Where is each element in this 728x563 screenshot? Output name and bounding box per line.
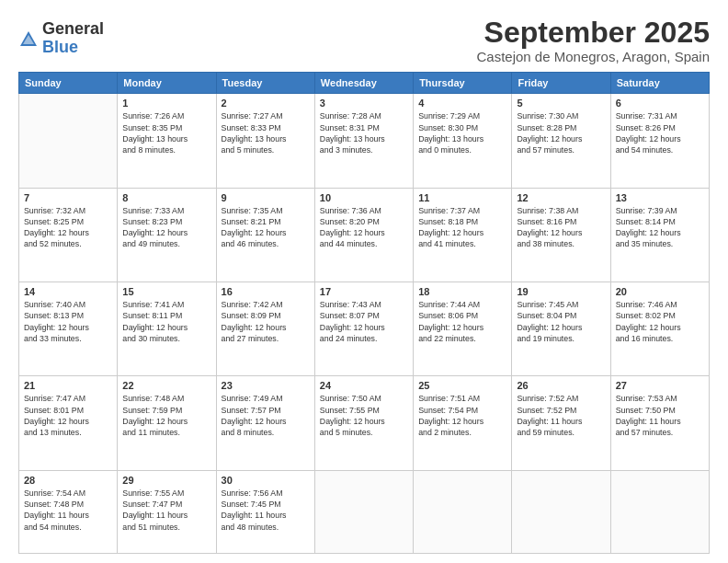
day-info: Sunrise: 7:31 AMSunset: 8:26 PMDaylight:… — [616, 110, 704, 155]
table-row: 20Sunrise: 7:46 AMSunset: 8:02 PMDayligh… — [610, 282, 709, 375]
day-info: Sunrise: 7:45 AMSunset: 8:04 PMDaylight:… — [517, 299, 605, 344]
logo-blue: Blue — [42, 39, 104, 57]
day-info: Sunrise: 7:40 AMSunset: 8:13 PMDaylight:… — [24, 299, 112, 344]
day-info: Sunrise: 7:50 AMSunset: 7:55 PMDaylight:… — [320, 393, 408, 438]
day-info: Sunrise: 7:39 AMSunset: 8:14 PMDaylight:… — [616, 205, 704, 250]
day-number: 11 — [418, 192, 506, 203]
table-row: 12Sunrise: 7:38 AMSunset: 8:16 PMDayligh… — [512, 188, 610, 282]
logo: General Blue — [18, 20, 104, 57]
table-row: 22Sunrise: 7:48 AMSunset: 7:59 PMDayligh… — [118, 376, 216, 470]
day-info: Sunrise: 7:53 AMSunset: 7:50 PMDaylight:… — [616, 393, 704, 438]
day-number: 15 — [122, 286, 210, 297]
table-row: 6Sunrise: 7:31 AMSunset: 8:26 PMDaylight… — [610, 94, 709, 188]
day-number: 4 — [418, 98, 506, 109]
table-row: 10Sunrise: 7:36 AMSunset: 8:20 PMDayligh… — [314, 188, 413, 282]
title-block: September 2025 Castejon de Monegros, Ara… — [477, 17, 711, 64]
day-info: Sunrise: 7:44 AMSunset: 8:06 PMDaylight:… — [418, 299, 506, 344]
page: General Blue September 2025 Castejon de … — [0, 0, 728, 563]
table-row: 7Sunrise: 7:32 AMSunset: 8:25 PMDaylight… — [19, 188, 118, 282]
table-row: 18Sunrise: 7:44 AMSunset: 8:06 PMDayligh… — [414, 282, 512, 375]
logo-general: General — [42, 20, 104, 39]
day-info: Sunrise: 7:51 AMSunset: 7:54 PMDaylight:… — [418, 393, 506, 438]
header: General Blue September 2025 Castejon de … — [18, 17, 710, 64]
table-row: 16Sunrise: 7:42 AMSunset: 8:09 PMDayligh… — [216, 282, 314, 375]
header-tuesday: Tuesday — [216, 73, 314, 94]
day-info: Sunrise: 7:43 AMSunset: 8:07 PMDaylight:… — [320, 299, 408, 344]
day-info: Sunrise: 7:52 AMSunset: 7:52 PMDaylight:… — [517, 393, 605, 438]
day-info: Sunrise: 7:33 AMSunset: 8:23 PMDaylight:… — [122, 205, 210, 250]
day-info: Sunrise: 7:47 AMSunset: 8:01 PMDaylight:… — [24, 393, 112, 438]
day-number: 23 — [222, 380, 310, 391]
day-info: Sunrise: 7:35 AMSunset: 8:21 PMDaylight:… — [222, 205, 310, 250]
day-info: Sunrise: 7:46 AMSunset: 8:02 PMDaylight:… — [616, 299, 704, 344]
table-row: 23Sunrise: 7:49 AMSunset: 7:57 PMDayligh… — [216, 376, 314, 470]
day-number: 10 — [320, 192, 408, 203]
table-row: 5Sunrise: 7:30 AMSunset: 8:28 PMDaylight… — [512, 94, 610, 188]
table-row: 17Sunrise: 7:43 AMSunset: 8:07 PMDayligh… — [314, 282, 413, 375]
header-row: Sunday Monday Tuesday Wednesday Thursday… — [19, 73, 710, 94]
header-thursday: Thursday — [414, 73, 512, 94]
day-info: Sunrise: 7:37 AMSunset: 8:18 PMDaylight:… — [418, 205, 506, 250]
day-info: Sunrise: 7:36 AMSunset: 8:20 PMDaylight:… — [320, 205, 408, 250]
day-number: 17 — [320, 286, 408, 297]
day-info: Sunrise: 7:49 AMSunset: 7:57 PMDaylight:… — [222, 393, 310, 438]
day-number: 28 — [24, 475, 112, 486]
table-row: 13Sunrise: 7:39 AMSunset: 8:14 PMDayligh… — [610, 188, 709, 282]
header-sunday: Sunday — [19, 73, 118, 94]
day-number: 30 — [222, 475, 310, 486]
day-number: 5 — [517, 98, 605, 109]
day-info: Sunrise: 7:30 AMSunset: 8:28 PMDaylight:… — [517, 110, 605, 155]
table-row: 4Sunrise: 7:29 AMSunset: 8:30 PMDaylight… — [414, 94, 512, 188]
day-number: 7 — [24, 192, 112, 203]
day-info: Sunrise: 7:28 AMSunset: 8:31 PMDaylight:… — [320, 110, 408, 155]
day-number: 18 — [418, 286, 506, 297]
table-row: 2Sunrise: 7:27 AMSunset: 8:33 PMDaylight… — [216, 94, 314, 188]
day-number: 25 — [418, 380, 506, 391]
day-number: 12 — [517, 192, 605, 203]
day-number: 1 — [122, 98, 210, 109]
location-title: Castejon de Monegros, Aragon, Spain — [477, 49, 711, 64]
table-row: 14Sunrise: 7:40 AMSunset: 8:13 PMDayligh… — [19, 282, 118, 375]
day-number: 24 — [320, 380, 408, 391]
day-info: Sunrise: 7:32 AMSunset: 8:25 PMDaylight:… — [24, 205, 112, 250]
day-info: Sunrise: 7:27 AMSunset: 8:33 PMDaylight:… — [222, 110, 310, 155]
day-info: Sunrise: 7:41 AMSunset: 8:11 PMDaylight:… — [122, 299, 210, 344]
header-saturday: Saturday — [610, 73, 709, 94]
day-number: 3 — [320, 98, 408, 109]
table-row: 15Sunrise: 7:41 AMSunset: 8:11 PMDayligh… — [118, 282, 216, 375]
day-info: Sunrise: 7:29 AMSunset: 8:30 PMDaylight:… — [418, 110, 506, 155]
table-row: 19Sunrise: 7:45 AMSunset: 8:04 PMDayligh… — [512, 282, 610, 375]
table-row — [610, 470, 709, 553]
table-row: 30Sunrise: 7:56 AMSunset: 7:45 PMDayligh… — [216, 470, 314, 553]
day-info: Sunrise: 7:48 AMSunset: 7:59 PMDaylight:… — [122, 393, 210, 438]
day-number: 9 — [222, 192, 310, 203]
header-friday: Friday — [512, 73, 610, 94]
table-row — [414, 470, 512, 553]
day-number: 26 — [517, 380, 605, 391]
day-number: 29 — [122, 475, 210, 486]
month-title: September 2025 — [477, 17, 711, 49]
header-monday: Monday — [118, 73, 216, 94]
day-number: 20 — [616, 286, 704, 297]
table-row: 25Sunrise: 7:51 AMSunset: 7:54 PMDayligh… — [414, 376, 512, 470]
day-number: 22 — [122, 380, 210, 391]
table-row: 9Sunrise: 7:35 AMSunset: 8:21 PMDaylight… — [216, 188, 314, 282]
day-number: 27 — [616, 380, 704, 391]
table-row — [314, 470, 413, 553]
table-row: 24Sunrise: 7:50 AMSunset: 7:55 PMDayligh… — [314, 376, 413, 470]
day-info: Sunrise: 7:26 AMSunset: 8:35 PMDaylight:… — [122, 110, 210, 155]
day-info: Sunrise: 7:56 AMSunset: 7:45 PMDaylight:… — [222, 488, 310, 533]
table-row: 11Sunrise: 7:37 AMSunset: 8:18 PMDayligh… — [414, 188, 512, 282]
day-number: 2 — [222, 98, 310, 109]
table-row: 27Sunrise: 7:53 AMSunset: 7:50 PMDayligh… — [610, 376, 709, 470]
logo-text: General Blue — [42, 20, 104, 57]
header-wednesday: Wednesday — [314, 73, 413, 94]
day-number: 13 — [616, 192, 704, 203]
day-number: 16 — [222, 286, 310, 297]
day-info: Sunrise: 7:38 AMSunset: 8:16 PMDaylight:… — [517, 205, 605, 250]
day-number: 14 — [24, 286, 112, 297]
table-row: 1Sunrise: 7:26 AMSunset: 8:35 PMDaylight… — [118, 94, 216, 188]
calendar-table: Sunday Monday Tuesday Wednesday Thursday… — [18, 72, 710, 554]
table-row — [19, 94, 118, 188]
day-number: 21 — [24, 380, 112, 391]
